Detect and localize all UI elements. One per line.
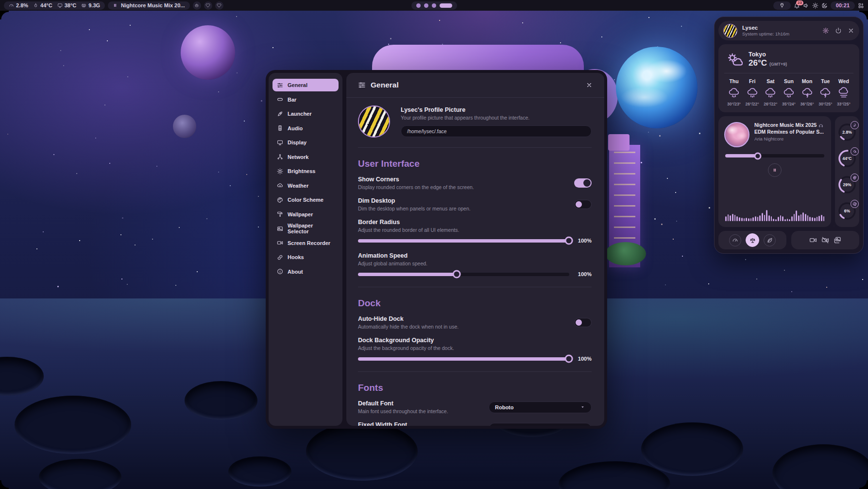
notifications-button[interactable]: 23 — [794, 2, 800, 9]
settings-sidebar: General Bar Launcher Audio Display Netwo… — [269, 73, 342, 426]
favorite-button[interactable] — [204, 1, 212, 10]
screen-record-button[interactable] — [809, 236, 817, 244]
setting-row-dock-opacity: Dock Background Opacity Adjust the backg… — [358, 337, 592, 351]
sidebar-item-wallpaper[interactable]: Wallpaper — [272, 208, 339, 221]
animation-speed-slider[interactable] — [358, 273, 569, 276]
gauge-icon — [9, 3, 14, 8]
settings-button[interactable] — [822, 27, 829, 34]
favorite-button-2[interactable] — [215, 1, 223, 10]
balanced-profile-button[interactable] — [746, 233, 759, 247]
screenshot-button[interactable] — [834, 236, 841, 244]
earth-planet — [616, 47, 698, 128]
brightness-button[interactable] — [812, 2, 818, 9]
media-player-card: Nightcore Music Mix 2025 EDM Remixes of … — [718, 116, 831, 227]
dock-opacity-slider[interactable] — [358, 357, 569, 361]
gpu-temp-stat: 38°C — [57, 2, 77, 8]
chevron-down-icon — [580, 404, 585, 410]
top-bar: 2.8% 44°C 38°C 9.3G Nightcore Music Mix … — [0, 0, 868, 11]
plug-icon — [779, 2, 785, 8]
video-icon — [809, 236, 817, 244]
border-radius-slider[interactable] — [358, 239, 569, 243]
workspace-dot[interactable] — [416, 3, 421, 8]
default-font-dropdown[interactable]: Roboto — [489, 402, 592, 413]
workspace-active[interactable] — [440, 3, 452, 8]
sidebar-item-bar[interactable]: Bar — [272, 93, 339, 106]
monitor-icon — [57, 3, 63, 8]
close-button[interactable] — [586, 82, 593, 88]
sidebar-item-brightness[interactable]: Brightness — [272, 165, 339, 177]
slider-knob[interactable] — [453, 270, 461, 279]
auto-hide-dock-toggle[interactable] — [574, 318, 592, 327]
setting-row-auto-hide-dock: Auto-Hide Dock Automatically hide the do… — [358, 315, 592, 330]
power-pill[interactable] — [773, 1, 791, 10]
pause-button[interactable] — [768, 163, 782, 177]
sidebar-item-audio[interactable]: Audio — [272, 122, 339, 135]
profile-title: Lysec's Profile Picture — [401, 106, 592, 113]
settings-content[interactable]: Lysec's Profile Picture Your profile pic… — [346, 98, 604, 426]
gauge-icon — [851, 121, 859, 129]
heart-icon — [217, 3, 221, 8]
media-pill[interactable]: Nightcore Music Mix 20... — [108, 1, 189, 10]
profile-path-input[interactable] — [401, 125, 592, 137]
sidebar-item-hooks[interactable]: Hooks — [272, 251, 339, 263]
setting-row-border-radius: Border Radius Adjust the rounded border … — [358, 219, 592, 233]
overview-button[interactable] — [858, 2, 864, 9]
sidebar-item-screen-recorder[interactable]: Screen Recorder — [272, 237, 339, 249]
sidebar-item-display[interactable]: Display — [272, 136, 339, 149]
sidebar-item-wallpaper-selector[interactable]: Wallpaper Selector — [272, 222, 339, 235]
system-stats-card: 2.8% 44°C 29% 6% — [835, 116, 859, 227]
volume-button[interactable] — [803, 2, 809, 9]
rain-icon — [765, 87, 776, 99]
avatar[interactable] — [358, 105, 390, 138]
clock[interactable]: 00:21 — [831, 1, 855, 10]
night-mode-button[interactable] — [821, 2, 828, 9]
page-title: General — [371, 81, 581, 89]
slider-knob[interactable] — [565, 355, 573, 363]
sidebar-item-launcher[interactable]: Launcher — [272, 107, 339, 120]
media-progress-slider[interactable] — [725, 154, 824, 157]
system-stats-pill[interactable]: 2.8% 44°C 38°C 9.3G — [4, 1, 105, 10]
settings-header: General — [346, 73, 604, 98]
slider-knob[interactable] — [754, 152, 762, 159]
dim-desktop-toggle[interactable] — [574, 200, 592, 209]
dock-opacity-value: 100% — [575, 356, 592, 362]
powersave-profile-button[interactable] — [764, 234, 776, 246]
fixed-font-dropdown[interactable]: DejaVu Sans Mono — [489, 423, 592, 426]
sidebar-item-color-scheme[interactable]: Color Scheme — [272, 193, 339, 206]
sidebar-item-about[interactable]: About — [272, 265, 339, 278]
cpu-temp-stat: 44°C — [33, 2, 52, 8]
sun-icon — [277, 168, 283, 175]
gear-icon — [822, 27, 829, 34]
camera-off-button[interactable] — [821, 236, 829, 244]
close-panel-button[interactable] — [848, 27, 854, 34]
performance-profile-button[interactable] — [729, 234, 741, 246]
weather-card[interactable]: Tokyo 26°C (GMT+9) Thu30°/23° Fri26°/22°… — [718, 44, 859, 112]
sun-cloud-icon — [726, 52, 743, 68]
workspace-switcher[interactable] — [411, 1, 457, 10]
bot-button[interactable] — [193, 1, 201, 10]
sliders-icon — [358, 81, 366, 89]
forecast-day: Wed33°/25° — [835, 78, 852, 106]
rain-icon — [747, 87, 758, 99]
workspace-dot[interactable] — [424, 3, 428, 8]
sidebar-item-general[interactable]: General — [272, 79, 339, 91]
screenshot-icon — [834, 236, 841, 244]
audio-visualizer — [724, 205, 825, 221]
rain-icon — [728, 87, 740, 99]
media-title-line2: EDM Remixes of Popular S... — [754, 129, 824, 136]
show-corners-toggle[interactable] — [574, 178, 592, 188]
setting-row-fixed-font: Fixed Width Font Monospace font used for… — [358, 421, 592, 426]
small-moon — [173, 115, 196, 138]
slider-knob[interactable] — [565, 237, 573, 245]
workspace-dot[interactable] — [432, 3, 436, 8]
disk-icon — [851, 200, 859, 208]
forecast-day: Thu30°/23° — [725, 78, 743, 106]
control-panel: Lysec System uptime: 1h16m Tokyo 26°C (G… — [714, 17, 864, 254]
utilities-card — [791, 231, 859, 249]
power-button[interactable] — [835, 27, 842, 34]
album-art[interactable] — [724, 122, 749, 147]
paint-roller-icon — [277, 211, 283, 217]
weather-forecast: Thu30°/23° Fri26°/22° Sat26°/22° Sun35°/… — [724, 73, 853, 107]
sidebar-item-weather[interactable]: Weather — [272, 179, 339, 192]
sidebar-item-network[interactable]: Network — [272, 151, 339, 163]
